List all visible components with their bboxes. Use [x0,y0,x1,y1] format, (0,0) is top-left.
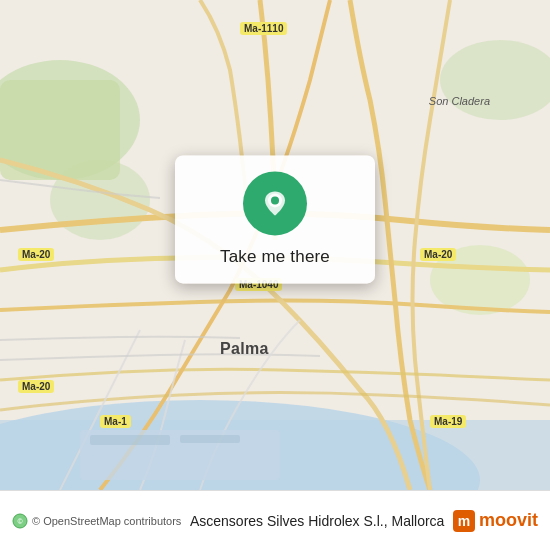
road-label-ma1: Ma-1 [100,415,131,428]
svg-rect-10 [180,435,240,443]
moovit-logo: m moovit [453,510,538,532]
moovit-text: moovit [479,510,538,531]
road-label-ma20-left: Ma-20 [18,248,54,261]
attribution-text: © OpenStreetMap contributors [32,515,181,527]
map-area: Ma-1110 Ma-20 Ma-1040 Ma-20 Ma-20 Ma-1 M… [0,0,550,490]
osm-attribution: © © OpenStreetMap contributors [12,513,181,529]
svg-point-13 [271,196,279,204]
moovit-m-icon: m [453,510,475,532]
son-cladera-label: Son Cladera [429,95,490,107]
road-label-ma19: Ma-19 [430,415,466,428]
svg-text:©: © [17,518,23,525]
svg-rect-9 [90,435,170,445]
palma-label: Palma [220,340,269,358]
road-label-ma20-bottom-left: Ma-20 [18,380,54,393]
popup-card: Take me there [175,155,375,283]
road-label-ma1110: Ma-1110 [240,22,287,35]
osm-icon: © [12,513,28,529]
bottom-bar: © © OpenStreetMap contributors Ascensore… [0,490,550,550]
road-label-ma20-right: Ma-20 [420,248,456,261]
pin-circle [243,171,307,235]
location-pin-icon [259,187,291,219]
take-me-there-button[interactable]: Take me there [220,245,330,269]
app-container: Ma-1110 Ma-20 Ma-1040 Ma-20 Ma-20 Ma-1 M… [0,0,550,550]
location-title: Ascensores Silves Hidrolex S.l., Mallorc… [181,513,453,529]
